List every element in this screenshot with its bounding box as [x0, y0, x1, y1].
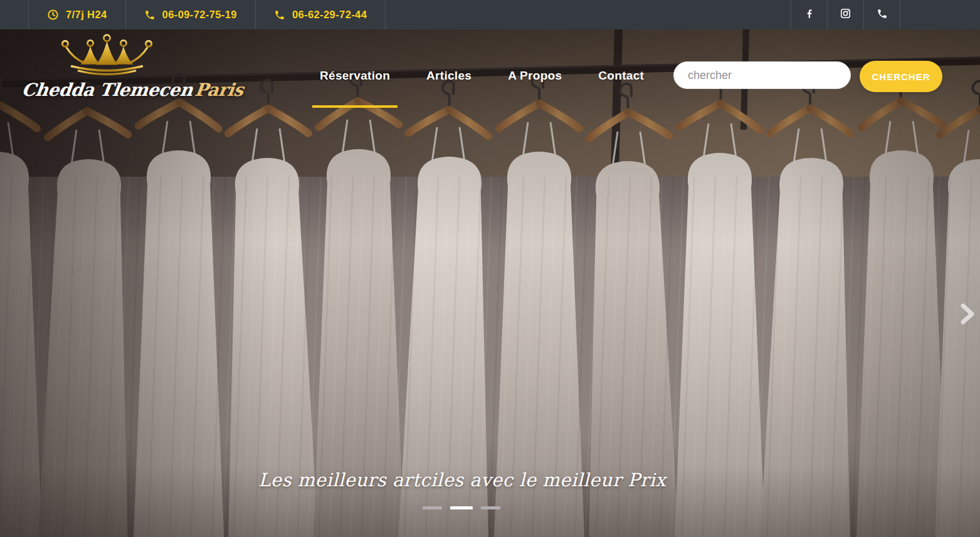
topbar-contact-group: 7/7j H24 06-09-72-75-19 06-62-29-72-44 [28, 0, 386, 29]
search-input[interactable] [673, 61, 851, 89]
topbar: 7/7j H24 06-09-72-75-19 06-62-29-72-44 [0, 0, 980, 29]
phone-icon [144, 9, 155, 21]
carousel-indicator-2[interactable] [450, 506, 473, 509]
chevron-right-icon [959, 303, 976, 325]
phone-icon [877, 8, 888, 22]
carousel-indicators [423, 506, 500, 509]
brand-title-main: Chedda Tlemecen [21, 80, 194, 100]
carousel-next-button[interactable] [959, 303, 976, 325]
instagram-link[interactable] [828, 0, 864, 29]
crown-icon [58, 33, 155, 78]
facebook-icon [804, 8, 815, 22]
phone-primary[interactable]: 06-09-72-75-19 [126, 0, 256, 29]
nav-link-reservation[interactable]: Réservation [320, 69, 390, 82]
facebook-link[interactable] [791, 0, 828, 29]
nav-item-reservation[interactable]: Réservation [320, 67, 390, 85]
nav-link-articles[interactable]: Articles [426, 69, 472, 82]
brand-title-accent: Paris [191, 80, 245, 100]
brand-title: Chedda TlemecenParis [21, 80, 192, 100]
phone-primary-number: 06-09-72-75-19 [162, 9, 237, 21]
hero-image [0, 29, 980, 537]
main-nav: Réservation Articles A Propos Contact [320, 67, 644, 85]
hero-caption: Les meilleurs artciles avec le meilleur … [258, 469, 666, 491]
nav-item-articles[interactable]: Articles [426, 67, 472, 85]
carousel-indicator-3[interactable] [481, 506, 500, 509]
topbar-social-group [791, 0, 900, 29]
phone-link[interactable] [864, 0, 900, 29]
search-button[interactable]: CHERCHER [860, 61, 942, 92]
phone-secondary[interactable]: 06-62-29-72-44 [256, 0, 386, 29]
nav-item-contact[interactable]: Contact [598, 67, 644, 85]
clock-icon [47, 9, 59, 21]
brand-logo[interactable]: Chedda TlemecenParis [22, 33, 191, 100]
nav-link-contact[interactable]: Contact [598, 69, 644, 82]
phone-icon [274, 9, 285, 21]
carousel-indicator-1[interactable] [423, 506, 442, 509]
phone-secondary-number: 06-62-29-72-44 [292, 9, 367, 21]
hero-section: Chedda TlemecenParis Réservation Article… [0, 29, 980, 537]
nav-link-apropos[interactable]: A Propos [508, 69, 562, 82]
search-box [673, 61, 851, 89]
instagram-icon [840, 8, 851, 22]
opening-hours: 7/7j H24 [29, 0, 126, 29]
hours-label: 7/7j H24 [66, 9, 107, 21]
nav-item-apropos[interactable]: A Propos [508, 67, 562, 85]
